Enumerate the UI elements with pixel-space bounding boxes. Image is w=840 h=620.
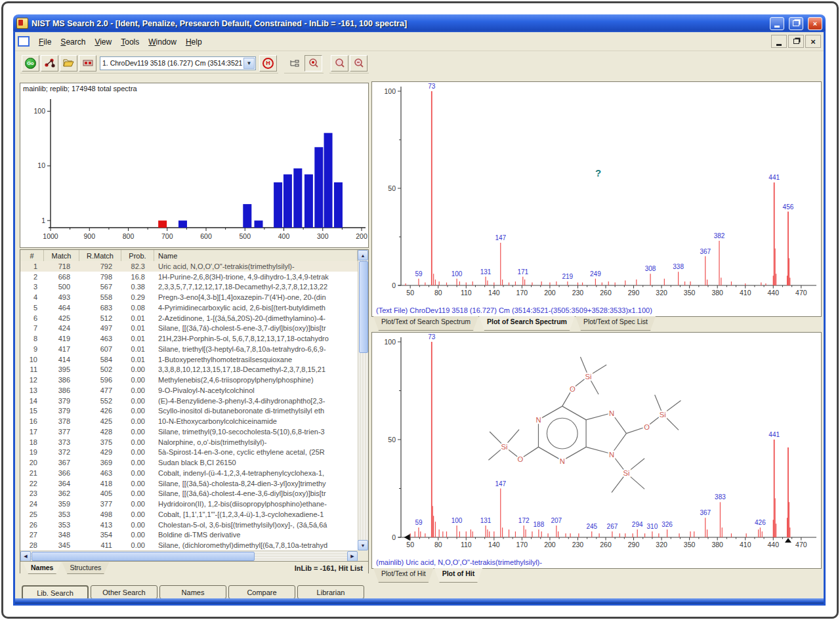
app-tab-librarian[interactable]: Librarian (297, 585, 364, 599)
svg-text:426: 426 (755, 519, 766, 526)
menu-item-view[interactable]: View (90, 35, 116, 49)
hitlist-row[interactable]: 183733750.00Nalorphine, o,o'-bis(trimeth… (20, 437, 358, 447)
cell-prob: 0.00 (121, 521, 154, 529)
hitlist-row[interactable]: 133864770.009-O-Pivaloyl-N-acetylcolchin… (20, 385, 358, 396)
tab-structures[interactable]: Structures (62, 562, 109, 574)
minimize-button[interactable] (770, 17, 784, 30)
hitlist-row[interactable]: 163784250.0010-N-Ethoxycarbonylcolchicei… (20, 416, 358, 426)
scroll-left-button[interactable]: ◀ (20, 551, 31, 562)
hitlist-row[interactable]: 84194630.0121H,23H-Porphin-5-ol, 5,6,7,8… (20, 333, 358, 344)
app-tab-names[interactable]: Names (159, 585, 226, 599)
menu-item-tools[interactable]: Tools (116, 35, 144, 49)
tab-plot-of-hit[interactable]: Plot of Hit (434, 568, 483, 583)
mdi-minimize-button[interactable] (771, 35, 787, 48)
hitlist-row[interactable]: 223644180.00Silane, [[(3á,5á)-cholesta-8… (20, 478, 358, 489)
svg-text:1000: 1000 (43, 232, 58, 240)
hitlist-row[interactable]: 153794260.00Scyllo-inositol di-butanebor… (20, 406, 358, 417)
histogram-bar[interactable] (158, 220, 167, 228)
hitlist-row[interactable]: 193724290.005à-Spirost-14-en-3-one, cycl… (20, 447, 358, 458)
combo-arrow-icon[interactable]: ▼ (243, 58, 255, 69)
hit-spectrum-chart[interactable]: 0501005080110140170200230260290320350380… (372, 333, 820, 556)
hitlist-row[interactable]: 263534130.00Cholestan-5-ol, 3,6-bis[(tri… (20, 520, 358, 530)
cell-name: (E)-4-Benzylidene-3-phenyl-3,4-dihydrona… (154, 397, 358, 405)
close-button[interactable]: × (808, 17, 822, 30)
column-header-r-match[interactable]: R.Match (79, 250, 121, 261)
scroll-down-button[interactable]: ▼ (358, 540, 368, 550)
spectrum-selector[interactable]: 1. ChroDev119 3518 (16.727) Cm (3514:352… (100, 56, 256, 70)
mdi-restore-button[interactable] (788, 35, 804, 48)
column-header-prob[interactable]: Prob. (121, 250, 154, 261)
hitlist-row[interactable]: 243593770.00Hydridoiron(II), 1,2-bis(dii… (20, 499, 358, 509)
hitlist-row[interactable]: 171879282.3Uric acid, N,O,O',O"-tetrakis… (20, 261, 358, 272)
stop-button[interactable]: H (259, 55, 277, 72)
hit-list-vertical-scrollbar[interactable]: ▲ ▼ (358, 250, 368, 550)
tab-names[interactable]: Names (23, 562, 61, 574)
mdi-system-icon[interactable] (18, 36, 30, 47)
scroll-right-button[interactable]: ▶ (347, 551, 358, 562)
column-header-match[interactable]: Match (44, 250, 79, 261)
hitlist-row[interactable]: 213664630.00Cobalt, indenyl-(ü-4-1,2,3,4… (20, 468, 358, 478)
hitlist-row[interactable]: 266879816.81H-Purine-2,6,8(3H)-trione, 4… (20, 272, 358, 282)
menu-item-search[interactable]: Search (56, 35, 90, 49)
hitlist-row[interactable]: 283454110.00Silane, (dichloromethyl)dime… (20, 540, 358, 550)
hitlist-row[interactable]: 64255120.012-Azetidinone, 1-[(3á,5á,20S)… (20, 313, 358, 323)
hitlist-row[interactable]: 253534980.00Cobalt, [1,1',1",1"'-[(1,2,3… (20, 509, 358, 520)
vertical-scroll-thumb[interactable] (359, 261, 368, 353)
zoom-select-button[interactable] (304, 55, 322, 72)
menu-item-window[interactable]: Window (144, 35, 181, 49)
title-bar[interactable]: NIST MS Search 2.0 - [Ident, Penalize, P… (13, 14, 826, 32)
names-list-button[interactable] (285, 55, 303, 72)
cell-prob: 0.01 (121, 324, 154, 332)
cell-prob: 0.01 (121, 356, 154, 363)
cell-name: Pregn-3-eno[4,3-b][1,4]oxazepin-7'(4'H)-… (154, 293, 358, 301)
histogram-bar[interactable] (178, 220, 187, 228)
mdi-close-button[interactable]: × (805, 35, 821, 48)
hitlist-row[interactable]: 173774280.00Silane, trimethyl(9,10-secoc… (20, 426, 358, 437)
app-tab-other-search[interactable]: Other Search (91, 585, 158, 599)
hitlist-row[interactable]: 233624050.00Silane, [[(3á,6á)-cholest-4-… (20, 489, 358, 499)
hitlist-row[interactable]: 203673690.00Sudan black B,CI 26150 (20, 457, 358, 468)
scroll-up-button[interactable]: ▲ (358, 250, 368, 260)
tab-plot-text-of-hit[interactable]: Plot/Text of Hit (373, 568, 434, 583)
library-search-button[interactable] (41, 55, 58, 72)
restore-button[interactable] (789, 17, 803, 30)
hitlist-row[interactable]: 35005670.382,3,3,5,7,7,12,12,17,18-Decam… (20, 282, 358, 293)
hitlist-row[interactable]: 143795520.00(E)-4-Benzylidene-3-phenyl-3… (20, 396, 358, 406)
histogram-bar[interactable] (274, 182, 282, 228)
tab-plot-of-search-spectrum[interactable]: Plot of Search Spectrum (479, 316, 575, 331)
menu-item-help[interactable]: Help (181, 35, 207, 49)
horizontal-scroll-thumb[interactable] (32, 552, 255, 561)
histogram-bar[interactable] (254, 220, 262, 228)
column-header-[interactable]: # (20, 250, 44, 261)
hitlist-row[interactable]: 273483540.00Boldine di-TMS derivative (20, 530, 358, 541)
hit-list-horizontal-scrollbar[interactable]: ◀ ▶ (20, 550, 358, 561)
hitlist-row[interactable]: 104145840.011-Butoxyperethylhomotetrasil… (20, 354, 358, 365)
menu-item-file[interactable]: File (34, 35, 56, 49)
histogram-bar[interactable] (314, 147, 323, 228)
zoom-out-button[interactable] (350, 55, 368, 72)
spectra-tool-button[interactable] (79, 55, 96, 72)
go-button[interactable]: Go (22, 55, 39, 72)
app-tab-compare[interactable]: Compare (228, 585, 295, 599)
hitlist-row[interactable]: 54646830.084-Pyrimidinecarboxylic acid, … (20, 302, 358, 313)
hitlist-row[interactable]: 123865960.00Methylenebis(2,4,6-triisopro… (20, 375, 358, 385)
mw-histogram-chart[interactable]: 1101002003004005006007008009001000 (20, 83, 368, 247)
hitlist-row[interactable]: 74244970.01Silane, [[(3á,7á)-cholest-5-e… (20, 323, 358, 334)
hitlist-row[interactable]: 113955020.003,3,8,8,10,12,13,15,17,18-De… (20, 365, 358, 375)
histogram-bar[interactable] (334, 182, 343, 228)
histogram-bar[interactable] (243, 204, 251, 228)
tab-plot-text-of-search-spectrum[interactable]: Plot/Text of Search Spectrum (373, 316, 478, 331)
zoom-in-button[interactable] (331, 55, 348, 72)
histogram-bar[interactable] (293, 169, 302, 228)
histogram-bar[interactable] (304, 175, 313, 228)
cell-prob: 0.00 (121, 531, 154, 539)
histogram-bar[interactable] (284, 175, 292, 228)
search-spectrum-chart[interactable]: 0501005080110140170200230260290320350380… (372, 82, 820, 304)
column-header-name[interactable]: Name (154, 250, 358, 261)
hit-list-header[interactable]: #MatchR.MatchProb.Name (20, 250, 358, 262)
tab-plot-text-of-spec-list[interactable]: Plot/Text of Spec List (576, 316, 656, 331)
hitlist-row[interactable]: 94176070.01Silane, triethyl[(3-heptyl-6a… (20, 344, 358, 354)
histogram-bar[interactable] (324, 133, 333, 228)
hitlist-row[interactable]: 44935580.29Pregn-3-eno[4,3-b][1,4]oxazep… (20, 292, 358, 302)
open-file-button[interactable] (60, 55, 77, 72)
